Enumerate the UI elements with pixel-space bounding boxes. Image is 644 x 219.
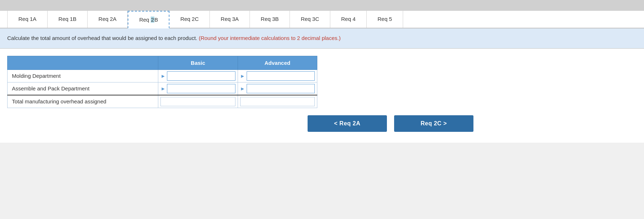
tab-req1b[interactable]: Req 1B: [48, 11, 88, 28]
molding-basic-wrapper: ►: [160, 71, 235, 81]
main-content: Calculate the total amount of overhead t…: [0, 28, 644, 143]
overhead-table: Basic Advanced Molding Department ►: [7, 56, 317, 108]
assemble-advanced-input[interactable]: [247, 84, 315, 93]
tab-req3a[interactable]: Req 3A: [210, 11, 250, 28]
row-label-assemble: Assemble and Pack Department: [8, 82, 158, 95]
table-row-total: Total manufacturing overhead assigned: [8, 95, 317, 108]
nav-buttons: < Req 2A Req 2C >: [144, 108, 637, 139]
table-row: Molding Department ► ►: [8, 70, 317, 82]
col-header-advanced: Advanced: [238, 56, 317, 70]
arrow-icon: ►: [240, 73, 245, 79]
arrow-icon: ►: [160, 73, 166, 79]
assemble-basic-cell: ►: [158, 82, 238, 95]
col-header-basic: Basic: [158, 56, 238, 70]
instruction-main-text: Calculate the total amount of overhead t…: [7, 35, 197, 41]
page-wrapper: Req 1A Req 1B Req 2A Req 2B Req 2C Req 3…: [0, 0, 644, 219]
tab-req3c[interactable]: Req 3C: [290, 11, 330, 28]
top-bar: [0, 0, 644, 11]
molding-advanced-cell: ►: [238, 70, 317, 82]
assemble-advanced-cell: ►: [238, 82, 317, 95]
tab-req2c[interactable]: Req 2C: [169, 11, 210, 28]
tab-req2a[interactable]: Req 2A: [88, 11, 128, 28]
tab-req4[interactable]: Req 4: [330, 11, 367, 28]
table-section: Basic Advanced Molding Department ►: [0, 49, 644, 143]
total-advanced-cell: [238, 95, 317, 108]
row-label-molding: Molding Department: [8, 70, 158, 82]
highlight-char: 2: [151, 17, 154, 23]
arrow-icon: ►: [160, 86, 166, 91]
tab-req5[interactable]: Req 5: [367, 11, 403, 28]
prev-button[interactable]: < Req 2A: [308, 115, 387, 132]
tabs-container: Req 1A Req 1B Req 2A Req 2B Req 2C Req 3…: [0, 11, 644, 28]
tab-req1a[interactable]: Req 1A: [7, 11, 48, 28]
instruction-box: Calculate the total amount of overhead t…: [0, 28, 644, 49]
row-label-total: Total manufacturing overhead assigned: [8, 95, 158, 108]
total-basic-input[interactable]: [160, 97, 235, 106]
molding-advanced-wrapper: ►: [240, 71, 315, 81]
arrow-icon: ►: [240, 86, 245, 91]
total-basic-cell: [158, 95, 238, 108]
table-header-row: Basic Advanced: [8, 56, 317, 70]
tab-req2b[interactable]: Req 2B: [128, 11, 169, 28]
assemble-basic-input[interactable]: [167, 84, 235, 93]
instruction-red-text: (Round your intermediate calculations to…: [199, 35, 341, 41]
tab-req3b[interactable]: Req 3B: [250, 11, 290, 28]
molding-advanced-input[interactable]: [247, 71, 315, 81]
total-advanced-input[interactable]: [240, 97, 315, 106]
col-header-empty: [8, 56, 158, 70]
assemble-advanced-wrapper: ►: [240, 84, 315, 93]
assemble-basic-wrapper: ►: [160, 84, 235, 93]
table-row: Assemble and Pack Department ► ►: [8, 82, 317, 95]
next-button[interactable]: Req 2C >: [394, 115, 473, 132]
molding-basic-cell: ►: [158, 70, 238, 82]
molding-basic-input[interactable]: [167, 71, 235, 81]
